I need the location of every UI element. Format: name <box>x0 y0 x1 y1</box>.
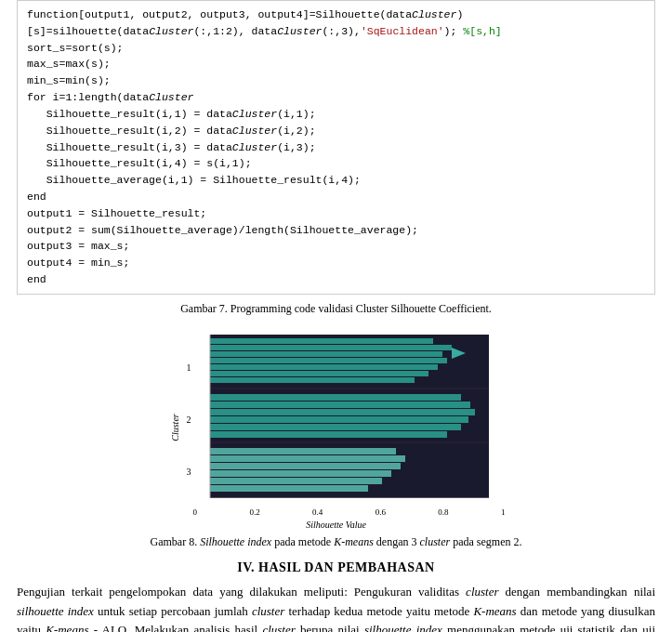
code-line-5: min_s=min(s); <box>27 74 111 86</box>
figure7-caption-text: Gambar 7. Programming code validasi Clus… <box>180 302 492 315</box>
svg-rect-13 <box>210 409 475 415</box>
x-tick-02: 0.2 <box>249 507 259 517</box>
code-line-2: [s]=silhouette(dataCluster(:,1:2), dataC… <box>27 25 502 37</box>
svg-rect-9 <box>210 377 415 383</box>
code-line-6: for i=1:length(dataCluster <box>27 91 193 103</box>
y-tick-2: 2 <box>173 415 191 425</box>
code-line-13: output1 = Silhouette_result; <box>27 207 206 219</box>
svg-rect-16 <box>210 431 447 438</box>
svg-rect-21 <box>210 478 382 484</box>
code-line-17: end <box>27 273 46 285</box>
silhouette-chart-svg <box>193 335 506 498</box>
figure7-caption: Gambar 7. Programming code validasi Clus… <box>17 302 655 316</box>
y-ticks: 1 2 3 <box>173 342 191 498</box>
code-block: function[output1, output2, output3, outp… <box>17 0 655 295</box>
section-heading: IV. Hasil dan Pembahasan <box>17 560 655 575</box>
chart-wrapper: Cluster 1 2 3 <box>160 325 513 530</box>
svg-rect-7 <box>210 364 438 370</box>
page-container: function[output1, output2, output3, outp… <box>0 0 672 632</box>
x-ticks: 0 0.2 0.4 0.6 0.8 1 <box>193 507 506 517</box>
section-title: Hasil dan Pembahasan <box>258 560 435 574</box>
code-line-7: Silhouette_result(i,1) = dataCluster(i,1… <box>27 108 316 120</box>
svg-rect-3 <box>210 338 433 344</box>
x-tick-06: 0.6 <box>376 507 386 517</box>
svg-rect-15 <box>210 424 461 430</box>
code-line-8: Silhouette_result(i,2) = dataCluster(i,2… <box>27 125 316 137</box>
svg-rect-20 <box>210 470 391 477</box>
code-line-3: sort_s=sort(s); <box>27 42 124 54</box>
code-line-11: Silhouette_average(i,1) = Silhouette_res… <box>27 174 361 186</box>
svg-rect-19 <box>210 463 401 469</box>
x-tick-08: 0.8 <box>438 507 448 517</box>
code-line-9: Silhouette_result(i,3) = dataCluster(i,3… <box>27 141 316 153</box>
svg-rect-5 <box>210 351 442 357</box>
svg-rect-17 <box>210 448 396 454</box>
svg-rect-18 <box>210 455 405 462</box>
svg-rect-14 <box>210 416 468 423</box>
body-text: Pengujian terkait pengelompokan data yan… <box>17 583 655 632</box>
code-line-4: max_s=max(s); <box>27 58 111 70</box>
y-tick-3: 3 <box>173 467 191 477</box>
svg-rect-4 <box>210 345 452 350</box>
svg-rect-11 <box>210 394 461 401</box>
svg-rect-6 <box>210 358 447 363</box>
y-tick-1: 1 <box>173 362 191 373</box>
section-number: IV. <box>237 560 255 574</box>
svg-rect-12 <box>210 402 470 408</box>
x-axis-label: Silhouette Value <box>160 520 513 530</box>
code-line-1: function[output1, output2, output3, outp… <box>27 8 463 20</box>
code-line-12: end <box>27 191 46 203</box>
x-tick-1: 1 <box>501 507 506 517</box>
svg-rect-8 <box>210 371 428 376</box>
chart-container: Cluster 1 2 3 <box>17 325 655 530</box>
svg-rect-22 <box>210 485 368 492</box>
x-tick-0: 0 <box>193 507 198 517</box>
code-line-14: output2 = sum(Silhouette_average)/length… <box>27 224 418 236</box>
code-line-16: output4 = min_s; <box>27 257 129 269</box>
figure8-caption: Gambar 8. Silhouette index pada metode K… <box>17 535 655 549</box>
x-tick-04: 0.4 <box>312 507 323 517</box>
code-line-10: Silhouette_result(i,4) = s(i,1); <box>27 157 252 169</box>
code-line-15: output3 = max_s; <box>27 240 129 252</box>
